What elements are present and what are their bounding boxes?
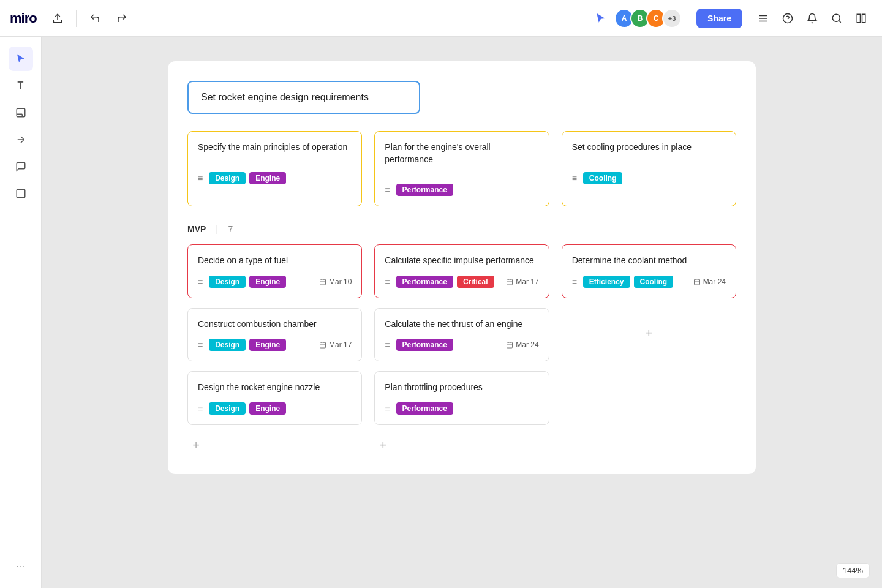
tag-engine[interactable]: Engine <box>249 402 286 415</box>
date-badge: Mar 17 <box>319 341 352 349</box>
sidebar-tool-more[interactable]: ··· <box>9 554 33 578</box>
tag-design[interactable]: Design <box>209 402 246 415</box>
card-impulse-footer: ≡ Performance Critical Mar 17 <box>385 276 538 288</box>
card-thrust-title: Calculate the net thrust of an engine <box>385 318 538 331</box>
tag-critical[interactable]: Critical <box>457 276 494 288</box>
card-nozzle-title: Design the rocket engine nozzle <box>198 382 352 394</box>
miro-logo: miro <box>10 10 37 26</box>
help-button[interactable] <box>777 7 799 29</box>
sidebar-tool-comment[interactable] <box>9 154 33 179</box>
date-badge: Mar 17 <box>506 277 538 286</box>
tag-performance[interactable]: Performance <box>396 184 453 196</box>
card-menu-icon: ≡ <box>572 277 577 287</box>
tag-design[interactable]: Design <box>209 172 246 184</box>
sidebar-tool-sticky[interactable] <box>9 100 33 125</box>
tag-engine[interactable]: Engine <box>249 276 286 288</box>
card-coolant[interactable]: Determine the coolant method ≡ Efficienc… <box>562 244 736 298</box>
sidebar-tool-frame[interactable] <box>9 181 33 206</box>
tag-engine[interactable]: Engine <box>249 339 286 351</box>
svg-rect-16 <box>17 189 25 198</box>
card-principles[interactable]: Specify the main principles of operation… <box>187 131 362 206</box>
add-card-col2[interactable]: + <box>374 437 391 454</box>
tag-performance[interactable]: Performance <box>396 339 453 351</box>
card-coolant-footer: ≡ Efficiency Cooling Mar 24 <box>572 276 726 288</box>
settings-button[interactable] <box>752 7 774 29</box>
card-performance-plan-footer: ≡ Performance <box>385 184 538 196</box>
svg-line-7 <box>839 20 840 22</box>
card-combustion[interactable]: Construct combustion chamber ≡ Design En… <box>187 308 362 362</box>
tag-performance[interactable]: Performance <box>396 276 453 288</box>
card-menu-icon: ≡ <box>198 340 203 350</box>
section-header: MVP | 7 <box>187 224 736 235</box>
card-impulse[interactable]: Calculate specific impulse performance ≡… <box>374 244 549 298</box>
board: Set rocket engine design requirements Sp… <box>168 61 756 474</box>
section-count: 7 <box>228 224 233 234</box>
card-cooling[interactable]: Set cooling procedures in place ≡ Coolin… <box>562 131 736 206</box>
card-menu-icon: ≡ <box>198 277 203 287</box>
svg-rect-25 <box>507 279 513 285</box>
date-text: Mar 10 <box>329 277 352 286</box>
redo-button[interactable] <box>111 7 133 29</box>
card-menu-icon: ≡ <box>198 173 203 183</box>
notifications-button[interactable] <box>801 7 823 29</box>
share-button[interactable]: Share <box>696 9 742 28</box>
card-thrust[interactable]: Calculate the net thrust of an engine ≡ … <box>374 308 549 362</box>
add-card-col3-mid[interactable]: + <box>640 325 657 342</box>
mvp-section: MVP | 7 Decide on a type of fuel ≡ Desig… <box>187 224 736 454</box>
card-fuel[interactable]: Decide on a type of fuel ≡ Design Engine… <box>187 244 362 298</box>
svg-line-14 <box>21 137 24 140</box>
tag-engine[interactable]: Engine <box>249 172 286 184</box>
card-fuel-footer: ≡ Design Engine Mar 10 <box>198 276 352 288</box>
card-combustion-footer: ≡ Design Engine Mar 17 <box>198 339 352 351</box>
topbar: miro A B C +3 Share <box>0 0 882 37</box>
topbar-right-icons <box>752 7 872 29</box>
card-menu-icon: ≡ <box>385 185 390 195</box>
tag-design[interactable]: Design <box>209 276 246 288</box>
title-card[interactable]: Set rocket engine design requirements <box>187 81 420 114</box>
card-throttling-footer: ≡ Performance <box>385 402 538 415</box>
canvas: Set rocket engine design requirements Sp… <box>42 37 882 588</box>
sidebar-tool-pen[interactable] <box>9 127 33 152</box>
calendar-icon <box>693 278 701 285</box>
card-combustion-title: Construct combustion chamber <box>198 318 352 331</box>
date-text: Mar 17 <box>329 341 352 349</box>
date-badge: Mar 10 <box>319 277 352 286</box>
card-throttling[interactable]: Plan throttling procedures ≡ Performance <box>374 371 549 425</box>
tag-efficiency[interactable]: Efficiency <box>583 276 630 288</box>
card-cooling-title: Set cooling procedures in place <box>572 141 726 154</box>
tag-design[interactable]: Design <box>209 339 246 351</box>
sidebar-tool-text[interactable]: T <box>9 74 33 98</box>
card-cooling-footer: ≡ Cooling <box>572 172 726 184</box>
card-performance-plan-title: Plan for the engine's overall performanc… <box>385 141 538 165</box>
cursor-indicator-icon <box>595 12 607 24</box>
card-menu-icon: ≡ <box>198 404 203 413</box>
svg-rect-17 <box>320 279 325 285</box>
calendar-icon <box>319 278 326 285</box>
card-throttling-title: Plan throttling procedures <box>385 382 538 394</box>
calendar-icon <box>506 278 513 285</box>
avatar-plus[interactable]: +3 <box>662 9 682 28</box>
panels-button[interactable] <box>850 7 872 29</box>
date-badge: Mar 24 <box>693 277 726 286</box>
card-principles-footer: ≡ Design Engine <box>198 172 352 184</box>
card-menu-icon: ≡ <box>572 173 577 183</box>
date-text: Mar 17 <box>516 277 538 286</box>
topbar-divider <box>76 10 77 27</box>
svg-line-15 <box>21 140 24 143</box>
card-fuel-title: Decide on a type of fuel <box>198 255 352 267</box>
title-card-text: Set rocket engine design requirements <box>201 92 369 102</box>
card-coolant-title: Determine the coolant method <box>572 255 726 267</box>
svg-rect-10 <box>17 108 25 117</box>
tag-performance[interactable]: Performance <box>396 402 453 415</box>
sidebar-tool-select[interactable] <box>9 47 33 71</box>
card-nozzle[interactable]: Design the rocket engine nozzle ≡ Design… <box>187 371 362 425</box>
add-card-col1[interactable]: + <box>187 437 205 454</box>
card-nozzle-footer: ≡ Design Engine <box>198 402 352 415</box>
card-performance-plan[interactable]: Plan for the engine's overall performanc… <box>374 131 549 206</box>
undo-button[interactable] <box>84 7 106 29</box>
tag-cooling[interactable]: Cooling <box>634 276 674 288</box>
upload-button[interactable] <box>47 7 69 29</box>
tag-cooling[interactable]: Cooling <box>583 172 623 184</box>
svg-point-6 <box>832 14 840 21</box>
search-button[interactable] <box>826 7 848 29</box>
